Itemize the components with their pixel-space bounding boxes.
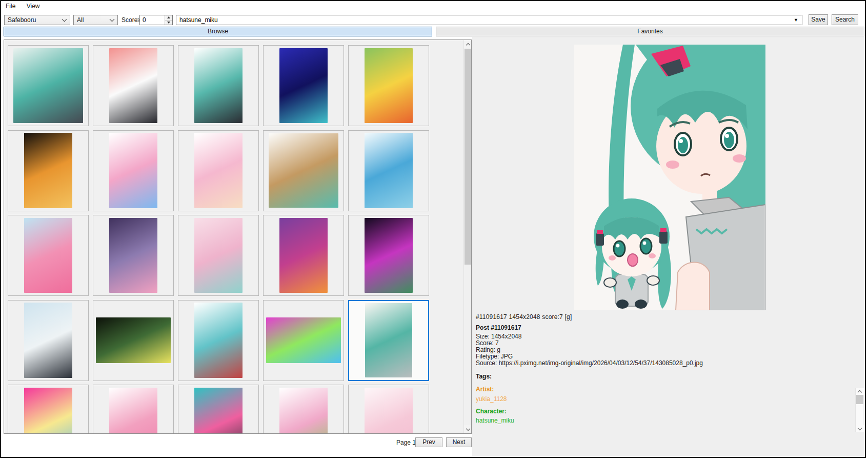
scroll-up-icon[interactable]: [464, 40, 472, 48]
thumbnail-image: [194, 48, 243, 124]
thumbnail-image: [13, 48, 83, 123]
post-title: Post #11091617: [476, 324, 521, 331]
thumbnail-cell[interactable]: [263, 215, 344, 296]
filter-select[interactable]: All: [73, 15, 118, 25]
thumbnail-cell[interactable]: [8, 45, 89, 126]
post-detail-line: Score: 7: [476, 340, 703, 347]
thumbnail-image: [365, 303, 412, 377]
thumbnail-image: [109, 48, 157, 124]
score-spinner: [139, 15, 173, 25]
dropdown-arrow-icon[interactable]: ▼: [794, 17, 798, 23]
chevron-down-icon: [110, 17, 115, 22]
thumbnail-cell[interactable]: [263, 45, 344, 126]
thumbnail-image: [365, 388, 413, 433]
thumbnail-image: [96, 317, 171, 363]
thumbnail-image: [194, 303, 243, 378]
character-heading: Character:: [476, 408, 507, 415]
scroll-down-icon[interactable]: [464, 425, 472, 433]
page-label: Page 1: [396, 439, 416, 446]
search-input[interactable]: [176, 16, 790, 24]
thumbnail-image: [109, 133, 157, 208]
tab-browse[interactable]: Browse: [4, 27, 432, 36]
grid-scrollbar[interactable]: [463, 40, 471, 433]
thumbnail-image: [24, 218, 72, 293]
thumbnail-cell[interactable]: [178, 130, 259, 211]
thumbnail-cell[interactable]: [93, 215, 174, 296]
thumbnail-image: [365, 218, 413, 293]
menu-bar: File View: [1, 1, 865, 12]
thumbnail-cell[interactable]: [93, 300, 174, 381]
thumbnail-grid: [4, 40, 463, 433]
thumbnail-image: [24, 133, 72, 208]
filter-select-value: All: [74, 15, 108, 25]
thumbnail-cell[interactable]: [178, 215, 259, 296]
thumbnail-image: [24, 303, 72, 378]
site-select-value: Safebooru: [5, 15, 60, 25]
thumbnail-cell[interactable]: [8, 300, 89, 381]
thumbnail-cell[interactable]: [348, 385, 429, 433]
tags-heading: Tags:: [476, 373, 492, 380]
info-scrollbar-thumb[interactable]: [856, 395, 863, 404]
menu-file[interactable]: File: [1, 1, 20, 12]
browse-panel: [4, 39, 472, 434]
info-scrollbar[interactable]: [855, 388, 863, 432]
thumbnail-cell[interactable]: [263, 300, 344, 381]
next-button[interactable]: Next: [446, 437, 472, 447]
grid-scrollbar-thumb[interactable]: [465, 49, 471, 265]
save-button[interactable]: Save: [809, 14, 828, 25]
spin-down-icon[interactable]: [165, 20, 172, 25]
thumbnail-image: [194, 388, 243, 433]
search-button[interactable]: Search: [832, 14, 858, 25]
thumbnail-image: [279, 218, 328, 293]
prev-button[interactable]: Prev: [415, 437, 442, 447]
preview-caption: #11091617 1454x2048 score:7 [g]: [476, 313, 572, 321]
chevron-down-icon: [62, 17, 67, 22]
thumbnail-image: [194, 133, 243, 208]
thumbnail-cell-selected[interactable]: [348, 300, 429, 381]
spin-up-icon[interactable]: [165, 15, 172, 20]
thumbnail-cell[interactable]: [263, 385, 344, 433]
thumbnail-cell[interactable]: [348, 215, 429, 296]
thumbnail-cell[interactable]: [178, 300, 259, 381]
spinner-buttons: [165, 15, 172, 25]
score-label: Score≥: [122, 16, 141, 24]
thumbnail-image: [269, 133, 338, 208]
character-tag[interactable]: hatsune_miku: [476, 417, 514, 424]
post-details: Size: 1454x2048Score: 7Rating: gFiletype…: [476, 333, 703, 367]
thumbnail-image: [279, 388, 328, 433]
thumbnail-cell[interactable]: [8, 215, 89, 296]
score-input[interactable]: [140, 15, 165, 25]
thumbnail-image: [109, 388, 157, 433]
thumbnail-cell[interactable]: [178, 385, 259, 433]
thumbnail-cell[interactable]: [263, 130, 344, 211]
character-tag-list: hatsune_miku: [476, 417, 514, 424]
artist-tag-list: yukia_1128: [476, 395, 507, 403]
search-input-combo: ▼: [176, 15, 802, 25]
scroll-down-icon[interactable]: [856, 425, 864, 432]
menu-view[interactable]: View: [22, 1, 45, 12]
site-select[interactable]: Safebooru: [4, 15, 70, 25]
scroll-up-icon[interactable]: [856, 388, 864, 395]
post-detail-line: Source: https://i.pximg.net/img-original…: [476, 360, 703, 367]
thumbnail-cell[interactable]: [8, 130, 89, 211]
thumbnail-cell[interactable]: [178, 45, 259, 126]
thumbnail-image: [279, 48, 328, 124]
post-detail-line: Size: 1454x2048: [476, 333, 703, 340]
thumbnail-cell[interactable]: [348, 45, 429, 126]
detail-panel: #11091617 1454x2048 score:7 [g] Post #11…: [472, 37, 865, 456]
artist-heading: Artist:: [476, 386, 494, 393]
thumbnail-image: [194, 218, 243, 293]
thumbnail-cell[interactable]: [93, 45, 174, 126]
thumbnail-image: [365, 48, 413, 124]
thumbnail-image: [109, 218, 157, 293]
tab-favorites[interactable]: Favorites: [436, 27, 864, 36]
thumbnail-cell[interactable]: [348, 130, 429, 211]
thumbnail-image: [266, 317, 341, 363]
thumbnail-cell[interactable]: [93, 130, 174, 211]
preview-image: [574, 45, 765, 310]
thumbnail-cell[interactable]: [8, 385, 89, 433]
artist-tag[interactable]: yukia_1128: [476, 395, 507, 403]
thumbnail-cell[interactable]: [93, 385, 174, 433]
thumbnail-image: [24, 388, 72, 433]
thumbnail-image: [365, 133, 413, 208]
